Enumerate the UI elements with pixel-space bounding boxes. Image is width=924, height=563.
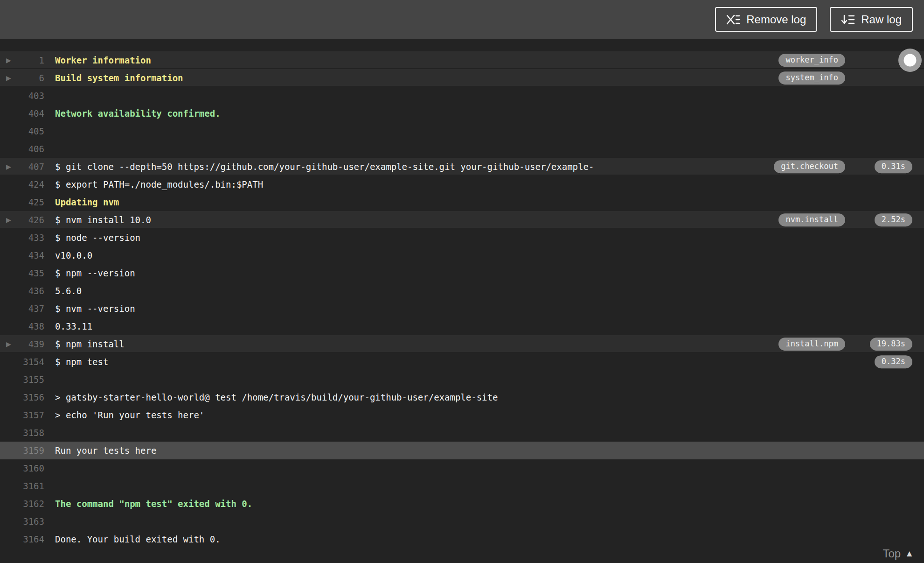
log-text: Worker information	[55, 55, 151, 65]
log-text: $ npm --version	[55, 268, 135, 278]
line-number[interactable]: 406	[0, 144, 44, 154]
log-text: > gatsby-starter-hello-world@ test /home…	[55, 392, 498, 402]
log-text: $ npm test	[55, 357, 108, 367]
line-number[interactable]: 436	[0, 286, 44, 296]
log-row: ▶ 439 $ npm install install.npm 19.83s	[0, 335, 924, 353]
log-row: ▶ 3159 Run your tests here	[0, 442, 924, 459]
log-row: ▶ 3154 $ npm test 0.32s	[0, 353, 924, 371]
build-log: ▶ 1 Worker information worker_info ▶ 6 B…	[0, 39, 924, 563]
log-text: Updating nvm	[55, 197, 119, 207]
line-number[interactable]: 3161	[0, 481, 44, 491]
line-number[interactable]: 3154	[0, 357, 44, 367]
line-number[interactable]: 3162	[0, 499, 44, 509]
log-row: ▶ 433 $ node --version	[0, 229, 924, 246]
duration-badge: 19.83s	[870, 338, 912, 351]
log-text: 5.6.0	[55, 286, 82, 296]
log-row: ▶ 435 $ npm --version	[0, 264, 924, 282]
line-number[interactable]: 3159	[0, 445, 44, 456]
stage-tag: nvm.install	[778, 213, 845, 226]
line-number[interactable]: 3160	[0, 463, 44, 473]
log-row: ▶ 3155	[0, 371, 924, 388]
line-number[interactable]: 404	[0, 108, 44, 119]
log-text: Build system information	[55, 73, 183, 83]
log-text: v10.0.0	[55, 250, 92, 260]
fold-toggle-icon[interactable]: ▶	[6, 163, 11, 170]
remove-log-icon	[726, 14, 740, 25]
log-row: ▶ 3156 > gatsby-starter-hello-world@ tes…	[0, 388, 924, 406]
line-number[interactable]: 437	[0, 303, 44, 314]
log-text: Done. Your build exited with 0.	[55, 534, 221, 544]
log-row: ▶ 438 0.33.11	[0, 317, 924, 335]
log-text: $ export PATH=./node_modules/.bin:$PATH	[55, 179, 263, 190]
line-number[interactable]: 3164	[0, 534, 44, 544]
line-number[interactable]: 3155	[0, 374, 44, 385]
stage-tag: install.npm	[778, 338, 845, 351]
log-row: ▶ 3164 Done. Your build exited with 0.	[0, 530, 924, 548]
fold-toggle-icon[interactable]: ▶	[6, 57, 11, 63]
log-text: > echo 'Run your tests here'	[55, 410, 204, 420]
log-row: ▶ 425 Updating nvm	[0, 193, 924, 211]
log-row: ▶ 403	[0, 87, 924, 105]
log-row: ▶ 3161	[0, 477, 924, 495]
log-row: ▶ 426 $ nvm install 10.0 nvm.install 2.5…	[0, 211, 924, 229]
line-number[interactable]: 438	[0, 321, 44, 331]
log-row: ▶ 405	[0, 122, 924, 140]
log-row: ▶ 6 Build system information system_info	[0, 69, 924, 87]
log-row: ▶ 3162 The command "npm test" exited wit…	[0, 495, 924, 513]
caret-up-icon: ▲	[905, 549, 914, 559]
scroll-to-top-link[interactable]: Top ▲	[882, 547, 914, 560]
log-row: ▶ 436 5.6.0	[0, 282, 924, 300]
raw-log-icon	[841, 14, 855, 25]
log-row: ▶ 3163	[0, 513, 924, 530]
log-text: $ nvm --version	[55, 303, 135, 314]
line-number[interactable]: 403	[0, 91, 44, 101]
top-label: Top	[882, 547, 901, 560]
scroll-indicator[interactable]	[898, 49, 922, 72]
log-rows: ▶ 1 Worker information worker_info ▶ 6 B…	[0, 51, 924, 548]
duration-badge: 2.52s	[875, 213, 912, 226]
fold-toggle-icon[interactable]: ▶	[6, 217, 11, 223]
duration-badge: 0.31s	[875, 160, 912, 173]
line-number[interactable]: 424	[0, 179, 44, 190]
log-text: $ git clone --depth=50 https://github.co…	[55, 162, 594, 172]
log-text: $ node --version	[55, 232, 140, 243]
log-row: ▶ 1 Worker information worker_info	[0, 51, 924, 69]
line-number[interactable]: 405	[0, 126, 44, 136]
stage-tag: system_info	[778, 71, 845, 84]
fold-toggle-icon[interactable]: ▶	[6, 75, 11, 81]
log-text: 0.33.11	[55, 321, 92, 331]
log-row: ▶ 3160	[0, 459, 924, 477]
log-row: ▶ 3158	[0, 424, 924, 442]
line-number[interactable]: 433	[0, 232, 44, 243]
line-number[interactable]: 434	[0, 250, 44, 260]
log-row: ▶ 437 $ nvm --version	[0, 300, 924, 317]
log-row: ▶ 434 v10.0.0	[0, 246, 924, 264]
remove-log-label: Remove log	[746, 13, 806, 26]
log-row: ▶ 406	[0, 140, 924, 158]
log-row: ▶ 3157 > echo 'Run your tests here'	[0, 406, 924, 424]
raw-log-label: Raw log	[861, 13, 902, 26]
log-text: Network availability confirmed.	[55, 108, 221, 119]
line-number[interactable]: 3156	[0, 392, 44, 402]
log-row: ▶ 407 $ git clone --depth=50 https://git…	[0, 158, 924, 176]
log-text: The command "npm test" exited with 0.	[55, 499, 252, 509]
log-row: ▶ 424 $ export PATH=./node_modules/.bin:…	[0, 176, 924, 193]
log-text: Run your tests here	[55, 445, 156, 456]
log-text: $ npm install	[55, 339, 125, 349]
line-number[interactable]: 425	[0, 197, 44, 207]
duration-badge: 0.32s	[875, 355, 912, 368]
line-number[interactable]: 3158	[0, 428, 44, 438]
fold-toggle-icon[interactable]: ▶	[6, 341, 11, 347]
stage-tag: git.checkout	[774, 160, 845, 173]
line-number[interactable]: 3157	[0, 410, 44, 420]
stage-tag: worker_info	[778, 54, 845, 67]
remove-log-button[interactable]: Remove log	[715, 7, 817, 32]
log-text: $ nvm install 10.0	[55, 215, 151, 225]
raw-log-button[interactable]: Raw log	[830, 7, 913, 32]
line-number[interactable]: 3163	[0, 516, 44, 527]
line-number[interactable]: 435	[0, 268, 44, 278]
log-toolbar: Remove log Raw log	[0, 0, 924, 39]
log-row: ▶ 404 Network availability confirmed.	[0, 105, 924, 122]
